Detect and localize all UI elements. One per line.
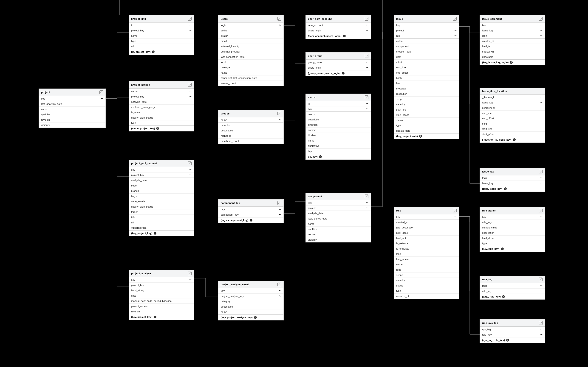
column-name: project xyxy=(396,29,404,32)
entity-header[interactable]: project_analyse xyxy=(129,270,194,277)
key-icon xyxy=(454,29,457,32)
column-name: name xyxy=(131,34,138,37)
entity-header[interactable]: component xyxy=(306,193,371,200)
info-icon: i xyxy=(506,339,509,342)
column-default_value: default_value xyxy=(480,225,545,230)
column-name: type xyxy=(131,122,136,124)
entity-header[interactable]: project_branch xyxy=(129,81,194,89)
key-icon xyxy=(366,67,368,69)
key-icon xyxy=(540,216,543,218)
column-name: description xyxy=(221,305,233,308)
expand-icon[interactable] xyxy=(539,321,543,325)
expand-icon[interactable] xyxy=(277,201,281,205)
column-name: line xyxy=(396,82,400,85)
column-domain: domain xyxy=(306,127,371,133)
entity-header[interactable]: user_scm_account xyxy=(306,15,371,23)
column-name: name xyxy=(131,90,138,93)
column-gap_description: gap_description xyxy=(394,225,459,230)
entity-header[interactable]: rule_sys_tag xyxy=(480,319,545,327)
key-icon xyxy=(279,295,281,297)
expand-icon[interactable] xyxy=(453,17,457,21)
expand-icon[interactable] xyxy=(539,277,543,281)
entity-header[interactable]: rule_tag xyxy=(480,276,545,283)
expand-icon[interactable] xyxy=(277,112,281,115)
column-name: _fivetran_id xyxy=(482,96,495,99)
column-name: direction xyxy=(308,123,318,126)
column-name: name xyxy=(306,221,371,226)
column-name: component_key xyxy=(221,213,239,216)
column-type: type xyxy=(129,38,194,44)
entity-header[interactable]: metric xyxy=(306,94,371,101)
entity-title: issue_tag xyxy=(482,170,494,173)
column-defaults: defaults xyxy=(218,123,284,128)
constraint-text: (name, project_key) xyxy=(131,127,155,130)
entity-header[interactable]: issue_tag xyxy=(480,168,545,175)
column-name: project xyxy=(308,207,316,209)
column-type: type xyxy=(394,288,459,293)
entity-header[interactable]: issue xyxy=(394,15,459,23)
expand-icon[interactable] xyxy=(365,95,368,99)
column-tags: tags xyxy=(218,207,284,212)
expand-icon[interactable] xyxy=(99,90,103,94)
column-description: description xyxy=(480,230,545,235)
expand-icon[interactable] xyxy=(277,17,281,21)
column-name: created_at xyxy=(482,40,494,42)
expand-icon[interactable] xyxy=(277,283,281,286)
column-name: description xyxy=(308,118,320,121)
constraint-text: (tags, rule_key) xyxy=(482,295,501,298)
column-name: analysis_date xyxy=(131,100,147,103)
expand-icon[interactable] xyxy=(539,17,543,21)
constraint-text: (key, project_analyse_key) xyxy=(221,316,253,319)
column-name: bugs xyxy=(131,195,137,198)
entity-header[interactable]: rule xyxy=(394,207,459,214)
entity-issue_comment: issue_commentkeyissue_keylogincreated_at… xyxy=(480,15,545,65)
entity-issue: issuekeyprojectruleauthorcomponentcreati… xyxy=(394,15,459,139)
column-name: name xyxy=(308,139,314,142)
column-start_line: start_line xyxy=(394,107,459,112)
expand-icon[interactable] xyxy=(188,272,191,275)
column-key: key xyxy=(480,23,545,28)
column-name: name xyxy=(39,106,105,112)
entity-title: project xyxy=(41,91,50,94)
entity-header[interactable]: component_tag xyxy=(218,200,284,207)
entity-header[interactable]: issue_flow_location xyxy=(480,88,545,94)
column-visibility: visibility xyxy=(306,237,371,242)
expand-icon[interactable] xyxy=(539,209,543,212)
entity-header[interactable]: project_link xyxy=(129,15,194,23)
key-icon xyxy=(279,290,281,292)
column-name: end_offset xyxy=(482,117,494,120)
connector-line xyxy=(105,99,129,176)
entity-header[interactable]: project xyxy=(39,89,105,96)
entity-header[interactable]: users xyxy=(218,15,284,23)
expand-icon[interactable] xyxy=(365,17,368,21)
column-name: rule_key xyxy=(482,221,492,224)
expand-icon[interactable] xyxy=(365,194,368,198)
expand-icon[interactable] xyxy=(365,54,368,58)
expand-icon[interactable] xyxy=(188,17,191,21)
constraint: (key, project, rule)i xyxy=(394,133,459,139)
column-rule_key: rule_key xyxy=(480,288,545,294)
entity-header[interactable]: user_group xyxy=(306,52,371,60)
column-name: users_login xyxy=(308,29,321,32)
entity-user_group: user_groupgroup_nameusers_login(group_na… xyxy=(305,52,371,76)
expand-icon[interactable] xyxy=(188,161,191,165)
expand-icon[interactable] xyxy=(188,83,191,87)
entity-header[interactable]: project_pull_request xyxy=(129,160,194,167)
column-rule_key: rule_key xyxy=(480,332,545,337)
column-name: issue_key xyxy=(482,101,493,104)
entity-header[interactable]: project_analyse_event xyxy=(218,281,284,288)
entity-header[interactable]: issue_comment xyxy=(480,15,545,23)
key-icon xyxy=(189,284,191,286)
column-target: target xyxy=(129,209,194,215)
column-name: lang xyxy=(396,252,401,255)
column-lang_name: lang_name xyxy=(394,257,459,262)
column-last_connection_date: last_connection_date xyxy=(218,54,284,59)
expand-icon[interactable] xyxy=(539,170,543,173)
column-name: local xyxy=(221,61,226,64)
column-project: project xyxy=(394,28,459,33)
expand-icon[interactable] xyxy=(453,209,457,212)
entity-header[interactable]: groups xyxy=(218,110,284,117)
column-name: managed xyxy=(221,66,231,69)
entity-header[interactable]: rule_param xyxy=(480,207,545,214)
column-name: login xyxy=(482,34,487,37)
